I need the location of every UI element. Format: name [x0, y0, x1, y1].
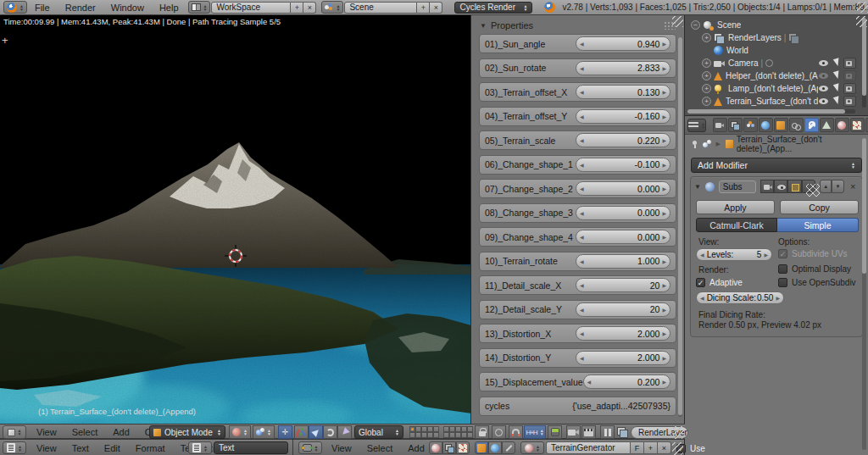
properties-panel-header[interactable]: ▼ Properties — [471, 15, 684, 34]
slider-right-arrow-icon[interactable]: ▶ — [662, 162, 666, 168]
property-slider[interactable]: ◀20▶ — [576, 302, 670, 317]
delete-layout-button[interactable]: × — [303, 2, 316, 14]
layer-cell-1[interactable] — [409, 426, 415, 432]
area-resize-grip[interactable] — [672, 16, 683, 27]
text-datablock-icon-button[interactable]: ▲▼ — [188, 441, 212, 454]
visibility-toggle-eye-icon[interactable] — [818, 70, 831, 81]
layer-cell-18[interactable] — [455, 432, 461, 438]
menu-add[interactable]: Add — [105, 427, 137, 437]
material-datablock-field[interactable]: TerrainGenerator — [546, 441, 631, 454]
modifier-editmode-toggle[interactable] — [787, 180, 801, 193]
visibility-toggle-eye-icon[interactable] — [818, 58, 831, 69]
layer-cell-10[interactable] — [433, 432, 439, 438]
menu-select[interactable]: Select — [359, 443, 401, 453]
layer-cell-19[interactable] — [461, 432, 467, 438]
menu-edit[interactable]: Edit — [97, 443, 128, 453]
pin-icon[interactable] — [691, 141, 698, 148]
slider-right-arrow-icon[interactable]: ▶ — [662, 137, 666, 143]
material-datablock-icon-button[interactable]: ▲▼ — [520, 441, 544, 454]
expand-icon[interactable]: + — [702, 58, 711, 68]
slider-right-arrow-icon[interactable]: ▶ — [662, 234, 666, 240]
area-resize-grip[interactable] — [856, 16, 867, 27]
apply-button[interactable]: Apply — [696, 200, 775, 214]
slider-right-arrow-icon[interactable]: ▶ — [776, 295, 780, 301]
tab-material[interactable] — [835, 118, 849, 132]
layer-cell-20[interactable] — [467, 432, 473, 438]
layer-cell-5[interactable] — [433, 426, 439, 432]
pivot-point-select[interactable]: ▲▼ — [253, 425, 275, 439]
shader-nodes-button[interactable] — [429, 441, 442, 454]
expand-icon[interactable]: + — [702, 33, 711, 42]
tab-modifiers[interactable] — [804, 118, 819, 132]
editor-type-button-node[interactable]: ▲▼ — [298, 441, 322, 454]
editor-type-button-text[interactable]: ▲▼ — [3, 441, 26, 454]
property-slider[interactable]: ◀0.130▶ — [576, 85, 670, 99]
tab-rlayers[interactable] — [728, 118, 743, 132]
text-datablock-field[interactable]: Text — [214, 441, 288, 454]
property-slider[interactable]: ◀0.000▶ — [576, 181, 670, 196]
manipulator-axes-button[interactable] — [294, 425, 309, 439]
slider-right-arrow-icon[interactable]: ▶ — [662, 41, 666, 47]
editor-type-button-info[interactable]: ▲▼ — [3, 1, 27, 14]
area-resize-grip[interactable] — [673, 426, 684, 440]
outliner-vertical-scrollbar[interactable] — [862, 18, 866, 108]
slider-right-arrow-icon[interactable]: ▶ — [662, 307, 666, 313]
opengl-render-button[interactable] — [566, 425, 581, 439]
viewport-3d[interactable]: Time:00:09.99 | Mem:41.43M, Peak:41.43M … — [0, 15, 471, 424]
menu-window[interactable]: Window — [103, 3, 152, 13]
modifier-move-down-button[interactable]: ▼ — [832, 180, 843, 193]
snap-element-select[interactable]: H+H ▲▼ — [524, 425, 546, 439]
property-slider[interactable]: ◀0.000▶ — [576, 230, 670, 244]
rotate-manipulator-button[interactable] — [323, 425, 337, 439]
adaptive-checkbox[interactable]: ✓ — [696, 278, 705, 287]
property-slider[interactable]: ◀2.000▶ — [576, 351, 670, 365]
modifier-collapse-icon[interactable]: ▼ — [694, 183, 705, 191]
menu-select[interactable]: Select — [64, 427, 106, 437]
layer-cell-4[interactable] — [427, 426, 433, 432]
property-slider[interactable]: ◀2.000▶ — [576, 326, 670, 341]
menu-file[interactable]: File — [27, 3, 58, 13]
layer-cell-8[interactable] — [421, 432, 427, 438]
modifier-cage-toggle[interactable] — [802, 180, 815, 193]
viewport-shading-select[interactable]: ▲▼ — [229, 425, 251, 439]
slider-right-arrow-icon[interactable]: ▶ — [662, 114, 666, 119]
toolshelf-open-button[interactable]: + — [2, 34, 8, 47]
lock-to-scene-toggle[interactable] — [475, 425, 489, 439]
modifier-viewport-toggle[interactable] — [774, 180, 787, 193]
slider-right-arrow-icon[interactable]: ▶ — [662, 186, 666, 191]
layer-cell-11[interactable] — [443, 426, 449, 432]
menu-help[interactable]: Help — [152, 3, 186, 13]
screen-layout-field[interactable]: WorkSpace — [211, 2, 291, 14]
expand-icon[interactable]: + — [702, 71, 711, 80]
visibility-toggle-eye-icon[interactable] — [818, 83, 831, 94]
outliner-item-camera[interactable]: +Camera| — [685, 57, 868, 69]
layer-cell-3[interactable] — [421, 426, 427, 432]
slider-right-arrow-icon[interactable]: ▶ — [662, 89, 666, 95]
expand-icon[interactable]: + — [702, 97, 711, 106]
tab-world[interactable] — [759, 118, 773, 132]
mode-select[interactable]: Object Mode ▲▼ — [149, 425, 225, 439]
layer-cell-6[interactable] — [409, 432, 415, 438]
layer-cell-15[interactable] — [467, 426, 473, 432]
tab-data[interactable] — [820, 118, 834, 132]
slider-right-arrow-icon[interactable]: ▶ — [662, 379, 666, 385]
renderability-toggle-camera-icon[interactable] — [843, 96, 856, 107]
pause-render-button[interactable] — [600, 425, 615, 439]
menu-add[interactable]: Add — [400, 443, 432, 453]
opengl-render-anim-button[interactable] — [581, 425, 596, 439]
tab-scene[interactable] — [743, 118, 758, 132]
translate-manipulator-button[interactable] — [309, 425, 323, 439]
subdivision-type-simple[interactable]: Simple — [777, 218, 859, 232]
menu-view[interactable]: View — [324, 443, 359, 453]
scale-manipulator-button[interactable] — [337, 425, 352, 439]
outliner-item-terrain-surface-don-t-delete[interactable]: +Terrain_Surface_(don't delete)_ — [685, 95, 868, 108]
modifier-delete-button[interactable]: × — [848, 181, 859, 191]
tab-object[interactable] — [774, 118, 788, 132]
outliner-item-helper-don-t-delete-append[interactable]: +Helper_(don't delete)_(Append — [685, 69, 868, 82]
selectability-toggle-cursor-icon[interactable] — [831, 70, 843, 81]
screen-layout-icon-button[interactable]: ▲▼ — [188, 1, 211, 14]
property-slider[interactable]: ◀-0.100▶ — [576, 158, 670, 172]
world-shader-button[interactable] — [488, 441, 502, 454]
property-slider[interactable]: ◀0.220▶ — [576, 133, 670, 147]
modifier-render-toggle[interactable] — [760, 180, 774, 193]
